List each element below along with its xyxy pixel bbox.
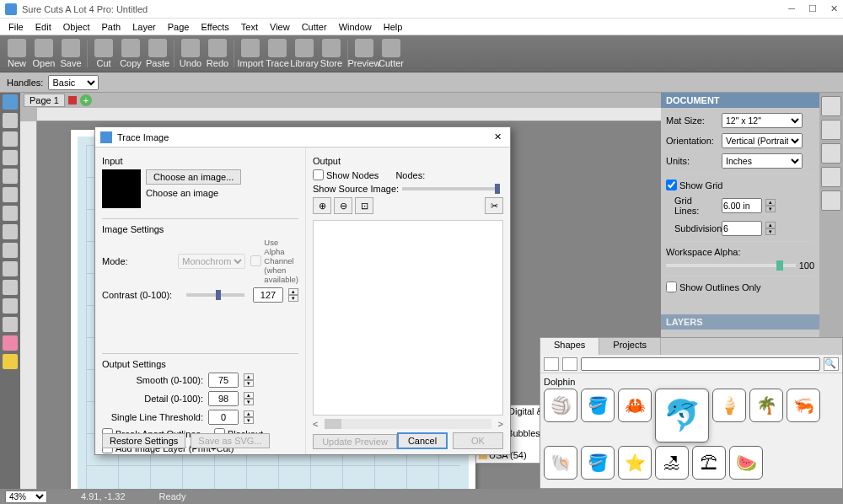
smooth-input[interactable]	[208, 373, 239, 388]
toolbar-new[interactable]: New	[3, 37, 30, 71]
toolbar-import[interactable]: Import	[237, 37, 264, 71]
toolbar-cut[interactable]: Cut	[90, 37, 117, 71]
tool-knife[interactable]	[3, 206, 18, 221]
tool-zoom[interactable]	[3, 261, 18, 276]
contrast-input[interactable]	[253, 287, 283, 303]
library-item[interactable]: 🍉	[729, 446, 763, 480]
toolbar-cutter[interactable]: Cutter	[378, 37, 405, 71]
panel-tab-style[interactable]	[821, 143, 841, 164]
tool-hand[interactable]	[3, 280, 18, 295]
tool-erase[interactable]	[3, 187, 18, 202]
workspace-alpha-slider[interactable]	[666, 264, 796, 267]
orientation-select[interactable]: Vertical (Portrait)	[722, 133, 803, 148]
contrast-slider[interactable]	[186, 293, 244, 297]
library-item[interactable]: 🦐	[787, 389, 820, 422]
menu-file[interactable]: File	[3, 20, 29, 34]
library-item[interactable]: 🏖	[655, 446, 689, 480]
library-item[interactable]: 🦀	[618, 389, 652, 422]
tool-draw[interactable]	[3, 169, 18, 184]
scroll-left-icon[interactable]: <	[313, 419, 318, 429]
toolbar-copy[interactable]: Copy	[117, 37, 144, 71]
tool-dropper[interactable]	[3, 243, 18, 258]
toolbar-open[interactable]: Open	[30, 37, 57, 71]
gridlines-input[interactable]	[722, 198, 762, 213]
minimize-button[interactable]: ─	[788, 3, 795, 14]
toolbar-paste[interactable]: Paste	[144, 37, 171, 71]
tool-fill[interactable]	[3, 335, 18, 351]
showgrid-checkbox[interactable]	[666, 180, 677, 190]
zoom-fit-icon[interactable]: ⊡	[355, 197, 373, 214]
library-search-icon[interactable]: 🔍	[824, 357, 839, 371]
choose-image-button[interactable]: Choose an image...	[146, 169, 241, 185]
toolbar-library[interactable]: Library	[291, 37, 318, 71]
add-page-button[interactable]: +	[80, 94, 92, 106]
library-item[interactable]: 🐚	[544, 446, 577, 480]
save-svg-button[interactable]: Save as SVG...	[191, 433, 269, 448]
toolbar-save[interactable]: Save	[57, 37, 84, 71]
show-nodes-checkbox[interactable]	[313, 169, 324, 180]
ok-button[interactable]: OK	[453, 432, 503, 449]
menu-edit[interactable]: Edit	[30, 20, 56, 34]
zoom-select[interactable]: 43%	[5, 491, 47, 503]
close-button[interactable]: ✕	[830, 3, 838, 14]
panel-tab-move[interactable]	[821, 120, 841, 140]
library-item[interactable]: 🏐	[544, 389, 577, 422]
menu-layer[interactable]: Layer	[127, 20, 161, 34]
maximize-button[interactable]: ☐	[808, 3, 817, 14]
tool-shape[interactable]	[3, 150, 18, 165]
matsize-select[interactable]: 12" x 12"	[722, 113, 803, 128]
panel-tab-document[interactable]	[821, 96, 841, 116]
menu-help[interactable]: Help	[379, 20, 408, 34]
library-item[interactable]: 🌴	[749, 389, 783, 422]
cancel-button[interactable]: Cancel	[397, 432, 448, 449]
zoom-in-icon[interactable]: ⊕	[313, 197, 331, 214]
zoom-out-icon[interactable]: ⊖	[334, 197, 352, 214]
menu-path[interactable]: Path	[97, 20, 126, 34]
outlines-checkbox[interactable]	[666, 281, 677, 292]
mode-select[interactable]: Monochrome	[178, 254, 245, 269]
scroll-right-icon[interactable]: >	[498, 419, 503, 429]
page-tab[interactable]: Page 1	[24, 94, 65, 107]
tool-measure[interactable]	[3, 298, 18, 314]
panel-tab-text[interactable]	[821, 190, 841, 211]
menu-text[interactable]: Text	[236, 20, 263, 34]
menu-effects[interactable]: Effects	[196, 20, 234, 34]
library-item[interactable]: 🪣	[581, 446, 615, 480]
handles-select[interactable]: Basic	[48, 75, 99, 90]
subdivision-input[interactable]	[722, 221, 762, 236]
show-source-slider[interactable]	[402, 187, 500, 190]
library-item[interactable]: 🐬	[655, 389, 709, 442]
library-item[interactable]: 🍦	[712, 389, 746, 422]
slt-input[interactable]	[208, 410, 239, 425]
library-item[interactable]: 🪣	[581, 389, 615, 422]
menu-object[interactable]: Object	[58, 20, 95, 34]
menu-window[interactable]: Window	[334, 20, 377, 34]
tool-crop[interactable]	[3, 317, 18, 332]
toolbar-trace[interactable]: Trace	[264, 37, 291, 71]
menu-view[interactable]: View	[265, 20, 295, 34]
crop-icon[interactable]: ✂	[485, 197, 503, 214]
dialog-close-icon[interactable]: ✕	[491, 131, 505, 142]
library-tab-shapes[interactable]: Shapes	[540, 338, 599, 355]
library-view-list[interactable]	[562, 357, 577, 371]
units-select[interactable]: Inches	[722, 153, 803, 169]
toolbar-redo[interactable]: Redo	[204, 37, 231, 71]
panel-tab-tool[interactable]	[821, 167, 841, 187]
library-item[interactable]: ⭐	[618, 446, 652, 480]
tool-text[interactable]	[3, 131, 18, 147]
toolbar-store[interactable]: Store	[318, 37, 345, 71]
library-view-grid[interactable]	[544, 357, 559, 371]
library-search[interactable]	[581, 357, 820, 371]
toolbar-preview[interactable]: Preview	[351, 37, 378, 71]
menu-cutter[interactable]: Cutter	[297, 20, 332, 34]
tool-stroke[interactable]	[3, 354, 18, 369]
close-page-icon[interactable]	[68, 96, 77, 105]
detail-input[interactable]	[208, 391, 239, 406]
library-tab-projects[interactable]: Projects	[599, 338, 661, 355]
toolbar-undo[interactable]: Undo	[177, 37, 204, 71]
tool-select[interactable]	[3, 94, 18, 110]
tool-edit[interactable]	[3, 113, 18, 128]
tool-gradient[interactable]	[3, 224, 18, 239]
restore-settings-button[interactable]: Restore Settings	[102, 433, 185, 448]
menu-page[interactable]: Page	[163, 20, 195, 34]
